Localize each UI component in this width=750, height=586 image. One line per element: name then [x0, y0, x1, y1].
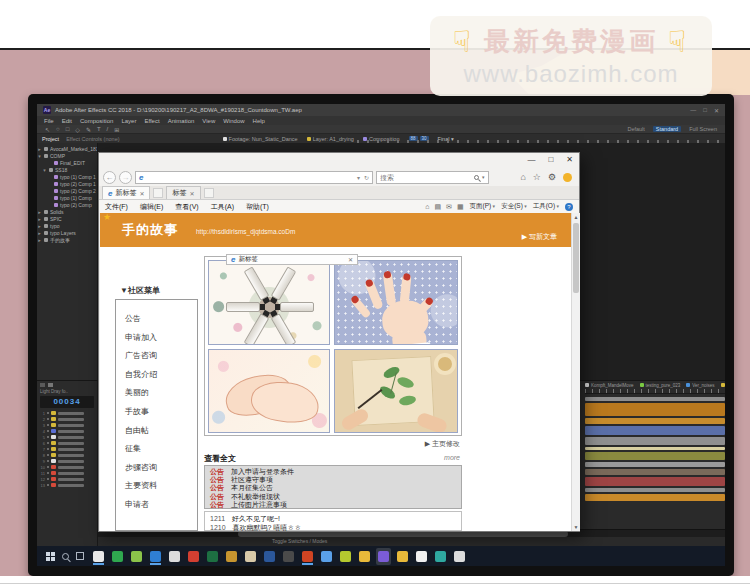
feedback-smiley-icon[interactable]: [563, 173, 572, 182]
community-menu-item[interactable]: 申请者: [125, 496, 197, 515]
command-bar-icon[interactable]: ✉: [446, 203, 452, 211]
timeline-comp-tab[interactable]: Ver_noises: [686, 383, 714, 388]
timeline-track-bar[interactable]: [585, 403, 725, 416]
taskbar-app-icon[interactable]: [319, 548, 334, 565]
toggle-switches-label[interactable]: Toggle Switches / Modes: [272, 538, 327, 544]
browser-tab-1[interactable]: e 新标签 ✕: [102, 186, 150, 199]
browser-menu-item[interactable]: 帮助(T): [246, 202, 269, 212]
command-bar-item[interactable]: 工具(O) ▾: [533, 202, 559, 211]
ae-close-button[interactable]: ✕: [714, 107, 719, 114]
layer-color-chip[interactable]: [51, 429, 56, 433]
minimize-button[interactable]: —: [527, 155, 535, 164]
community-menu-item[interactable]: 申请加入: [125, 329, 197, 348]
notice-row[interactable]: 公告 不礼貌举报现状: [210, 493, 461, 501]
tree-arrow-icon[interactable]: ▸: [37, 209, 42, 215]
taskbar-app-icon[interactable]: [395, 548, 410, 565]
project-tree-item[interactable]: ▸ AvocaM_Marked_1810: [37, 145, 97, 152]
tab-close-icon[interactable]: ✕: [139, 190, 144, 197]
ae-tool-icon[interactable]: □: [66, 126, 70, 133]
ae-menu-item[interactable]: Effect: [144, 118, 159, 124]
viewer-tab[interactable]: Footage: Nun_Static_Dance: [223, 136, 298, 142]
taskbar-app-icon[interactable]: [433, 548, 448, 565]
project-tree-item[interactable]: ▾ SS18: [37, 166, 97, 173]
task-view-icon[interactable]: [76, 552, 84, 560]
gallery-image-manicure-hand[interactable]: [334, 260, 458, 345]
timeline-track-bar[interactable]: [585, 477, 725, 486]
floating-new-tab[interactable]: e 新标签 ✕: [226, 254, 358, 265]
address-dropdown-icon[interactable]: ▾: [357, 174, 360, 181]
browser-tab-2[interactable]: 标签 ✕: [166, 186, 200, 199]
eye-icon[interactable]: [47, 412, 49, 414]
project-tree-item[interactable]: typo (2) Comp 2: [37, 187, 97, 194]
eye-icon[interactable]: [47, 418, 49, 420]
favorites-star-icon[interactable]: ☆: [533, 172, 541, 182]
ae-menu-item[interactable]: File: [44, 118, 54, 124]
eye-icon[interactable]: [47, 448, 49, 450]
ae-menu-item[interactable]: Help: [253, 118, 265, 124]
forward-button[interactable]: →: [119, 171, 132, 184]
project-tree-item[interactable]: ▸ typo Layers: [37, 229, 97, 236]
tree-arrow-icon[interactable]: ▸: [37, 146, 42, 152]
timeline-track-bar[interactable]: [585, 462, 725, 467]
favorites-bar-star-icon[interactable]: ★: [103, 212, 111, 222]
project-tree-item[interactable]: ▸ 手的故事: [37, 236, 97, 243]
ae-menu-item[interactable]: Animation: [168, 118, 195, 124]
tab-effect-controls[interactable]: Effect Controls (none): [66, 136, 119, 142]
command-bar-icon[interactable]: ▦: [457, 203, 464, 211]
taskbar-app-icon[interactable]: [224, 548, 239, 565]
refresh-icon[interactable]: ↻: [364, 174, 369, 181]
project-tree-item[interactable]: typo (1) Comp 1: [37, 173, 97, 180]
layer-color-chip[interactable]: [51, 423, 56, 427]
timeline-track-bar[interactable]: [585, 437, 725, 445]
taskbar-app-icon[interactable]: [300, 548, 315, 565]
eye-icon[interactable]: [47, 478, 49, 480]
tree-arrow-icon[interactable]: ▸: [37, 237, 42, 243]
tree-arrow-icon[interactable]: ▾: [37, 153, 42, 159]
ae-tool-icon[interactable]: ○: [56, 126, 60, 133]
community-menu-item[interactable]: 公告: [125, 310, 197, 329]
tree-arrow-icon[interactable]: ▾: [42, 167, 47, 173]
more-link[interactable]: more: [204, 454, 460, 461]
tab-close-icon[interactable]: ✕: [189, 190, 194, 197]
tree-arrow-icon[interactable]: ▸: [37, 230, 42, 236]
layer-color-chip[interactable]: [51, 411, 56, 415]
new-tab-button[interactable]: [204, 188, 214, 198]
timeline-track-bar[interactable]: [585, 488, 725, 492]
taskbar-app-icon[interactable]: [167, 548, 182, 565]
taskbar-app-icon[interactable]: [91, 548, 106, 565]
eye-icon[interactable]: [47, 454, 49, 456]
page-scrollbar[interactable]: ▲ ▼: [571, 213, 580, 531]
taskbar-app-icon[interactable]: [129, 548, 144, 565]
close-button[interactable]: ✕: [566, 155, 573, 164]
taskbar-app-icon[interactable]: [205, 548, 220, 565]
notice-row[interactable]: 公告 上传图片注意事项: [210, 501, 461, 509]
ae-tool-icon[interactable]: ⊞: [114, 126, 119, 133]
start-button[interactable]: [46, 552, 55, 561]
homepage-edit-link[interactable]: ▶ 主页修改: [204, 439, 460, 449]
community-menu-item[interactable]: 手故事: [125, 403, 197, 422]
browser-menu-item[interactable]: 查看(V): [175, 202, 198, 212]
layer-color-chip[interactable]: [51, 471, 56, 475]
timeline-track-bar[interactable]: [585, 397, 725, 401]
community-menu-item[interactable]: 自由帖: [125, 422, 197, 441]
new-tab-button[interactable]: [153, 188, 163, 198]
taskbar-app-icon[interactable]: [338, 548, 353, 565]
notice-row[interactable]: 公告 社区遵守事项: [210, 476, 461, 484]
ae-tool-icon[interactable]: ◇: [75, 126, 80, 133]
gallery-image-cupped-hands[interactable]: [208, 349, 330, 433]
write-article-button[interactable]: ▶ 写新文章: [522, 232, 557, 242]
project-tree-item[interactable]: ▸ typo: [37, 222, 97, 229]
workspace-default[interactable]: Default: [627, 126, 644, 132]
viewer-tab[interactable]: Layer: A1_drying: [307, 136, 354, 142]
timeline-track-bar[interactable]: [585, 452, 725, 460]
back-button[interactable]: ←: [103, 171, 116, 184]
gallery-image-leaf-craft[interactable]: [334, 349, 458, 433]
community-menu-item[interactable]: 广告咨询: [125, 347, 197, 366]
ae-tool-icon[interactable]: ↖: [45, 126, 50, 133]
timeline-comp-tab[interactable]: testing_pure_023: [640, 383, 681, 388]
eye-icon[interactable]: [47, 436, 49, 438]
timeline-comp-tab[interactable]: TL_: [721, 383, 725, 388]
ae-maximize-button[interactable]: □: [703, 107, 707, 114]
post-row[interactable]: 1211 好久不见了呢~!: [210, 514, 461, 523]
layer-color-chip[interactable]: [51, 453, 56, 457]
